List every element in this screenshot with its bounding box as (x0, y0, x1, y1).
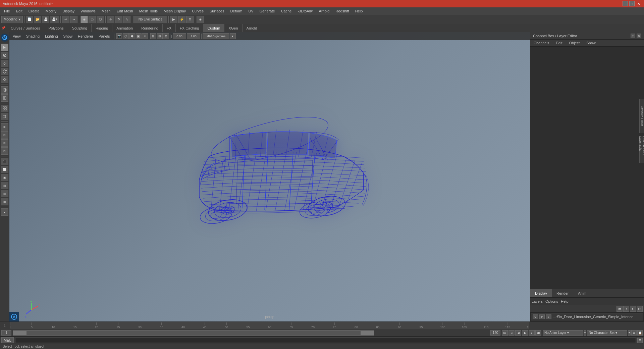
tool-b[interactable]: ⬜ (1, 166, 8, 173)
vp-axis-btn[interactable]: ⊟ (157, 33, 163, 39)
select-tool[interactable] (1, 44, 8, 51)
menu-uv[interactable]: UV (246, 8, 256, 14)
cb-tab-channels[interactable]: Channels (530, 40, 552, 46)
vp-menu-lighting[interactable]: Lighting (43, 34, 60, 39)
vp-camera-btn[interactable]: 📷 (116, 33, 122, 39)
play-back-btn[interactable]: ◀ (515, 330, 521, 336)
menu-curves[interactable]: Curves (189, 8, 206, 14)
shelf-tab-sculpting[interactable]: Sculpting (68, 24, 92, 32)
shelf-tab-arnold[interactable]: Arnold (243, 24, 262, 32)
layer-fwd-btn[interactable]: ▸ (630, 306, 636, 312)
vp-hud-btn[interactable]: ⊠ (163, 33, 169, 39)
minimize-button[interactable]: ─ (623, 1, 628, 6)
maximize-button[interactable]: □ (629, 1, 635, 6)
menu-deform[interactable]: Deform (227, 8, 245, 14)
menu-cache[interactable]: Cache (278, 8, 294, 14)
no-live-surface-button[interactable]: No Live Surface (133, 16, 167, 23)
le-tab-anim[interactable]: Anim (573, 289, 591, 297)
shelf-tab-xgen[interactable]: XGen (224, 24, 242, 32)
menu-windows[interactable]: Windows (78, 8, 98, 14)
menu-arnold[interactable]: Arnold (316, 8, 332, 14)
next-frame-btn[interactable]: ▸ (529, 330, 535, 336)
snap-to-curve[interactable]: ⊠ (1, 139, 8, 147)
char-set-arrow[interactable]: ▾ (628, 330, 631, 336)
new-file-button[interactable]: 📄 (26, 16, 33, 23)
menu-mesh-tools[interactable]: Mesh Tools (137, 8, 160, 14)
vp-grid-btn[interactable]: ⊞ (150, 33, 156, 39)
workspace-dropdown[interactable]: Modeling ▾ (1, 16, 23, 23)
vp-gamma-arrow[interactable]: ▾ (230, 33, 236, 39)
anim-layer-dropdown[interactable]: No Anim Layer ▾ (543, 330, 583, 336)
vp-menu-shading[interactable]: Shading (24, 34, 42, 39)
vp-coord-y[interactable]: 1.00 (187, 33, 200, 39)
le-tab-render[interactable]: Render (552, 289, 573, 297)
menu-file[interactable]: File (1, 8, 13, 14)
vp-light-btn[interactable]: ☀ (142, 33, 148, 39)
layer-prev-btn[interactable]: ⏮ (616, 306, 623, 312)
shelf-tab-curves[interactable]: Curves / Surfaces (7, 24, 44, 32)
ls-tab-options[interactable]: Options (545, 299, 558, 303)
maya-icon[interactable] (1, 34, 9, 42)
scale-tool-left[interactable] (1, 76, 8, 83)
mel-label[interactable]: MEL (1, 337, 14, 343)
play-fwd-btn[interactable]: ▶ (522, 330, 528, 336)
range-end-input[interactable] (490, 330, 500, 336)
attr-editor-side-tab[interactable]: Attribute Editor (639, 99, 644, 133)
shelf-tab-fx-caching[interactable]: FX Caching (176, 24, 203, 32)
snap-tool[interactable] (1, 105, 8, 112)
move-tool-left[interactable] (1, 60, 8, 67)
menu-help[interactable]: Help (353, 8, 366, 14)
le-tab-display[interactable]: Display (530, 289, 552, 297)
panel-close-btn[interactable]: ✕ (637, 34, 641, 38)
shelf-tab-polygons[interactable]: Polygons (44, 24, 68, 32)
render-settings-button[interactable]: ⚙ (186, 16, 194, 23)
vp-coord-x[interactable]: 0.00 (173, 33, 186, 39)
vp-menu-panels[interactable]: Panels (97, 34, 112, 39)
vp-wireframe-btn[interactable]: ⬡ (123, 33, 129, 39)
shelf-tab-custom[interactable]: Custom (204, 24, 225, 32)
paint-select-button[interactable]: ⬡ (97, 16, 104, 23)
layer-vis-v[interactable]: V (533, 314, 538, 319)
save-as-button[interactable]: 💾+ (50, 16, 59, 23)
layer-item[interactable]: V P / ...:Six_Door_Limousine_Generic_Sim… (531, 313, 643, 320)
menu-edit-mesh[interactable]: Edit Mesh (114, 8, 136, 14)
menu-redshift[interactable]: Redshift (333, 8, 352, 14)
panel-expand-btn[interactable]: + (631, 34, 635, 38)
range-start-input[interactable] (1, 330, 11, 336)
range-left-handle[interactable] (13, 331, 26, 335)
soft-select-tool[interactable] (1, 86, 8, 94)
jump-start-btn[interactable]: ⏮ (502, 330, 508, 336)
menu-modify[interactable]: Modify (43, 8, 59, 14)
rotate-tool-button[interactable]: ↻ (115, 16, 122, 23)
tool-a[interactable]: ⬛ (1, 158, 8, 165)
vp-menu-view[interactable]: View (11, 34, 23, 39)
tool-d[interactable]: ▤ (1, 182, 8, 189)
shelf-tab-animation[interactable]: Animation (112, 24, 137, 32)
layer-type-icon[interactable]: / (546, 314, 551, 319)
shelf-tab-rigging[interactable]: Rigging (92, 24, 112, 32)
vp-textured-btn[interactable]: ▣ (136, 33, 142, 39)
cb-tab-edit[interactable]: Edit (552, 40, 566, 46)
snap-to-grid[interactable]: ⊟ (1, 131, 8, 139)
channel-box-side-tab[interactable]: Channel Box / Layer Editor (639, 136, 644, 163)
snap-to-point[interactable]: ⊡ (1, 147, 8, 155)
shelf-pin[interactable]: 📌 (0, 24, 7, 32)
cb-tab-show[interactable]: Show (583, 40, 599, 46)
mel-settings-btn[interactable]: ⚙ (637, 338, 643, 343)
ls-tab-help[interactable]: Help (561, 299, 569, 303)
viewport[interactable]: View Shading Lighting Show Renderer Pane… (9, 32, 530, 321)
char-set-dropdown[interactable]: No Character Set ▾ (587, 330, 627, 336)
more-tools[interactable]: ▸ (1, 208, 8, 216)
range-slider[interactable] (13, 330, 374, 336)
char-set-settings[interactable]: ⚙ (631, 330, 637, 336)
grid-tool[interactable] (1, 113, 8, 120)
menu-3dtool[interactable]: -3DtoAll▾ (295, 8, 315, 14)
menu-edit[interactable]: Edit (13, 8, 25, 14)
layer-back-btn[interactable]: ◂ (623, 306, 629, 312)
move-tool-button[interactable]: ✛ (107, 16, 114, 23)
layer-next-btn[interactable]: ⏭ (637, 306, 643, 312)
jump-end-btn[interactable]: ⏭ (535, 330, 541, 336)
menu-surfaces[interactable]: Surfaces (207, 8, 227, 14)
show-manipulator-tool[interactable] (1, 94, 8, 102)
anim-layer-arrow[interactable]: ▾ (584, 330, 586, 336)
